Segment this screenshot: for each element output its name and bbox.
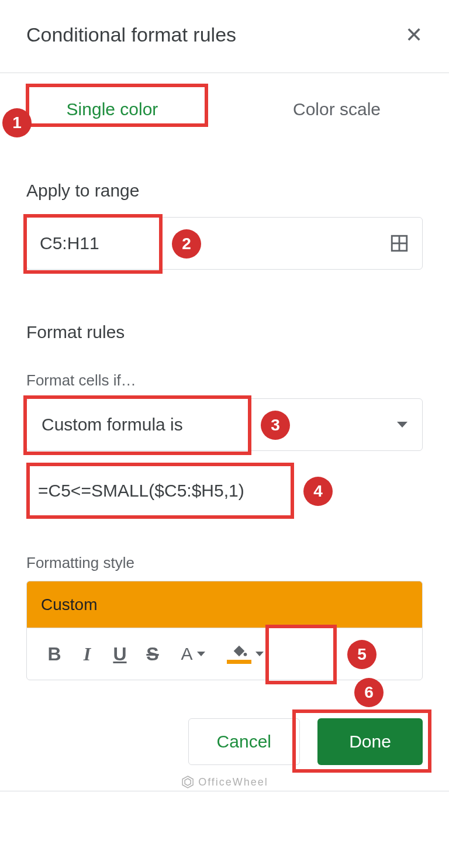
divider-bottom — [0, 791, 449, 791]
formula-input-wrapper: =C5<=SMALL($C5:$H5,1) 4 — [26, 463, 423, 519]
italic-button[interactable]: I — [71, 638, 103, 670]
apply-range-label: Apply to range — [26, 181, 423, 201]
annotation-badge-3: 3 — [261, 411, 290, 440]
condition-value: Custom formula is — [42, 415, 183, 435]
underline-button[interactable]: U — [104, 638, 136, 670]
tab-color-scale[interactable]: Color scale — [224, 91, 449, 128]
annotation-box-4: =C5<=SMALL($C5:$H5,1) — [26, 463, 294, 519]
logo-icon — [181, 775, 195, 789]
fill-color-button[interactable] — [217, 638, 272, 670]
annotation-badge-4: 4 — [303, 477, 333, 506]
format-toolbar: B I U S A 5 — [26, 628, 423, 680]
chevron-down-icon — [397, 422, 407, 428]
formula-input[interactable]: =C5<=SMALL($C5:$H5,1) — [38, 481, 244, 501]
format-rules-label: Format rules — [26, 322, 423, 342]
svg-marker-4 — [182, 776, 193, 788]
svg-point-3 — [243, 653, 247, 656]
style-preview: Custom — [26, 581, 423, 628]
watermark: OfficeWheel — [181, 775, 268, 789]
formatting-style-label: Formatting style — [26, 554, 423, 572]
done-button[interactable]: Done — [317, 718, 423, 765]
annotation-badge-5: 5 — [347, 640, 377, 669]
conditional-format-panel: Conditional format rules ✕ Single color … — [0, 0, 449, 791]
range-value: C5:H11 — [40, 233, 99, 253]
cancel-button[interactable]: Cancel — [188, 718, 300, 765]
range-input[interactable]: C5:H11 2 — [26, 217, 423, 270]
svg-marker-5 — [185, 779, 191, 786]
panel-header: Conditional format rules ✕ — [0, 0, 449, 73]
text-color-button[interactable]: A — [170, 638, 216, 670]
condition-select[interactable]: Custom formula is 3 — [26, 398, 423, 451]
panel-title: Conditional format rules — [26, 23, 236, 46]
close-icon[interactable]: ✕ — [405, 25, 423, 46]
annotation-box-5 — [265, 625, 337, 684]
grid-select-icon[interactable] — [389, 233, 409, 253]
tabs-row: Single color Color scale 1 — [0, 73, 449, 146]
chevron-down-icon — [197, 652, 205, 656]
paint-bucket-icon — [231, 644, 247, 658]
annotation-badge-6: 6 — [354, 678, 384, 707]
strikethrough-button[interactable]: S — [137, 638, 168, 670]
condition-label: Format cells if… — [26, 371, 423, 390]
annotation-badge-2: 2 — [172, 229, 201, 259]
tab-single-color[interactable]: Single color — [0, 91, 224, 128]
bold-button[interactable]: B — [39, 638, 70, 670]
chevron-down-icon — [255, 652, 264, 656]
